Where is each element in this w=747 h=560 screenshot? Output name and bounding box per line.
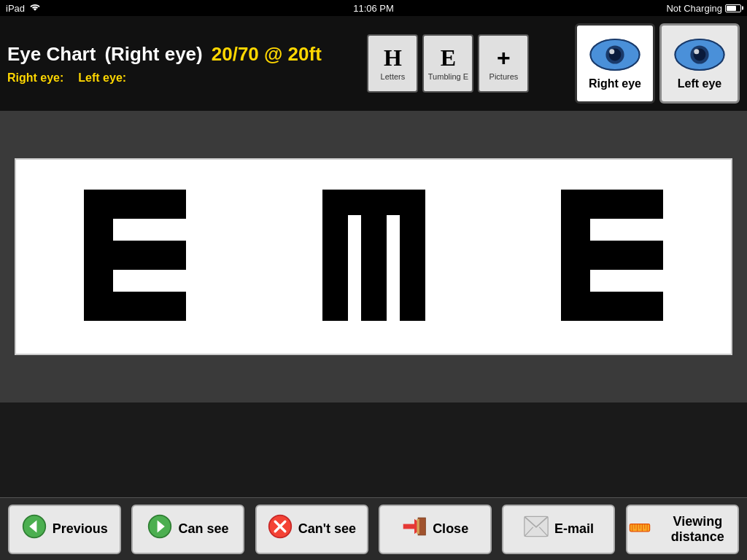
header-left: Eye Chart (Right eye) 20/70 @ 20ft Right… [7, 43, 322, 85]
battery-indicator [725, 4, 741, 12]
chart-type-selector: H Letters E Tumbling E + Pictures [367, 34, 529, 93]
chart-type-tumbling[interactable]: E Tumbling E [422, 34, 473, 93]
eye-selector-group: Right eye Left eye [575, 23, 740, 104]
letters-label: Letters [381, 72, 406, 81]
close-button[interactable]: Close [379, 505, 492, 554]
acuity-reading: 20/70 @ 20ft [212, 43, 322, 66]
status-bar: iPad 11:06 PM Not Charging [0, 0, 747, 16]
app-title: Eye Chart [7, 43, 96, 66]
email-label: E-mail [554, 521, 594, 537]
letter-display-1 [77, 182, 193, 331]
can-see-label: Can see [178, 521, 228, 537]
can-see-button[interactable]: Can see [131, 505, 244, 554]
chart-type-pictures[interactable]: + Pictures [478, 34, 529, 93]
pictures-label: Pictures [489, 72, 519, 81]
charging-status: Not Charging [666, 3, 722, 14]
svg-rect-32 [417, 519, 419, 534]
cant-see-label: Can't see [298, 521, 356, 537]
svg-rect-17 [400, 190, 425, 321]
close-icon [402, 514, 427, 544]
right-eye-button[interactable]: Right eye [575, 23, 655, 104]
letter-display-3 [554, 182, 670, 331]
cant-see-button[interactable]: Can't see [255, 505, 368, 554]
svg-rect-16 [361, 190, 387, 321]
left-eye-icon [674, 36, 725, 73]
viewing-distance-label: Viewing distance [658, 514, 738, 545]
wifi-icon [29, 2, 41, 15]
viewing-distance-button[interactable]: Viewing distance [626, 505, 739, 554]
svg-rect-21 [561, 190, 590, 321]
left-eye-button[interactable]: Left eye [659, 23, 740, 104]
pictures-symbol: + [497, 46, 511, 69]
close-label: Close [433, 521, 468, 537]
right-eye-label: Right eye: [7, 71, 63, 85]
time-display: 11:06 PM [353, 3, 394, 14]
can-see-icon [147, 514, 172, 544]
svg-rect-13 [84, 190, 113, 321]
header: Eye Chart (Right eye) 20/70 @ 20ft Right… [0, 16, 747, 111]
left-eye-button-label: Left eye [678, 77, 721, 90]
bottom-toolbar: Previous Can see Can't see [0, 497, 747, 560]
viewing-distance-icon [627, 514, 652, 544]
tumbling-symbol: E [441, 46, 456, 69]
previous-label: Previous [53, 521, 108, 537]
eye-labels: Right eye: Left eye: [7, 71, 322, 85]
device-label: iPad [6, 3, 25, 14]
chart-type-letters[interactable]: H Letters [367, 34, 418, 93]
email-icon [524, 514, 549, 544]
svg-point-8 [694, 49, 699, 54]
right-eye-icon [589, 36, 640, 73]
letters-symbol: H [384, 46, 402, 69]
email-button[interactable]: E-mail [502, 505, 615, 554]
cant-see-icon [268, 514, 293, 544]
eye-mode: (Right eye) [104, 43, 202, 66]
right-eye-button-label: Right eye [589, 77, 641, 90]
letter-display-2 [315, 182, 432, 331]
svg-point-3 [609, 49, 614, 54]
tumbling-label: Tumbling E [428, 72, 468, 81]
main-content-area [0, 111, 747, 402]
left-eye-label: Left eye: [78, 71, 126, 85]
svg-rect-15 [322, 190, 348, 321]
previous-icon [22, 514, 47, 544]
svg-rect-29 [403, 524, 416, 529]
previous-button[interactable]: Previous [8, 505, 121, 554]
letter-board [15, 158, 732, 355]
